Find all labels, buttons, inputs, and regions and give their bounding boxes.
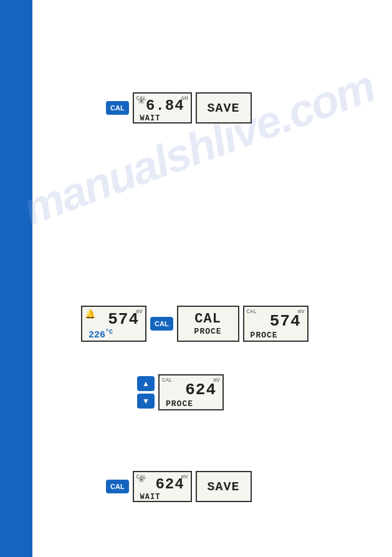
lcd-display-1a: ✳ CAL pH 6.84 WAIT <box>133 92 192 124</box>
lcd-display-4b: SAVE <box>196 471 252 502</box>
lcd-sub-1b: SAVE <box>208 101 240 115</box>
lcd-display-3: CAL mV 624 PROCE <box>158 374 224 410</box>
lcd-sub-4a: WAIT <box>138 493 161 501</box>
unit-label-4a: mV <box>181 474 188 480</box>
watermark: manualshlive.com <box>17 77 392 422</box>
lcd-sub-1a: WAIT <box>138 114 161 123</box>
section-1: CAL ✳ CAL pH 6.84 WAIT SAVE <box>106 92 252 124</box>
lcd-temp-2a: 226°C <box>86 329 113 341</box>
unit-label-2c: mV <box>298 309 305 315</box>
cal-label-2c: CAL <box>247 309 257 315</box>
cal-button-1[interactable]: CAL <box>106 101 129 115</box>
lcd-display-2b: CAL PROCE <box>177 306 239 342</box>
lcd-sub-3: PROCE <box>163 399 193 409</box>
cal-label-1: CAL <box>136 95 146 102</box>
lcd-sub-2b: PROCE <box>194 327 222 336</box>
section-3: ▲ ▼ CAL mV 624 PROCE <box>137 374 224 410</box>
unit-label-2a: mV <box>136 309 143 315</box>
cal-label-3: CAL <box>162 377 172 384</box>
lcd-display-4a: ✳ CAL mV 624 WAIT <box>133 471 192 502</box>
arrow-up-button[interactable]: ▲ <box>137 376 155 391</box>
arrow-down-button[interactable]: ▼ <box>137 394 155 409</box>
lcd-sub-4b: SAVE <box>208 480 240 494</box>
cal-button-4[interactable]: CAL <box>106 480 129 493</box>
lcd-sub-2c: PROCE <box>248 331 278 340</box>
sidebar <box>0 0 32 557</box>
lcd-display-1b: SAVE <box>196 92 252 124</box>
unit-label-1: pH <box>181 95 188 102</box>
bell-icon-2: 🔔 <box>85 309 95 319</box>
arrow-buttons: ▲ ▼ <box>137 376 155 409</box>
lcd-value-1a: 6.84 <box>146 97 187 114</box>
cal-button-2[interactable]: CAL <box>150 317 173 331</box>
section-4: CAL ✳ CAL mV 624 WAIT SAVE <box>106 471 252 502</box>
lcd-display-2a: 🔔 mV 574 226°C <box>81 306 146 342</box>
section-2: 🔔 mV 574 226°C CAL CAL PROCE CAL mV 574 … <box>81 306 308 342</box>
lcd-display-2c: CAL mV 574 PROCE <box>243 306 308 342</box>
lcd-main-2b: CAL <box>194 311 221 327</box>
cal-label-4a: CAL <box>136 474 146 480</box>
unit-label-3: mV <box>213 377 220 384</box>
